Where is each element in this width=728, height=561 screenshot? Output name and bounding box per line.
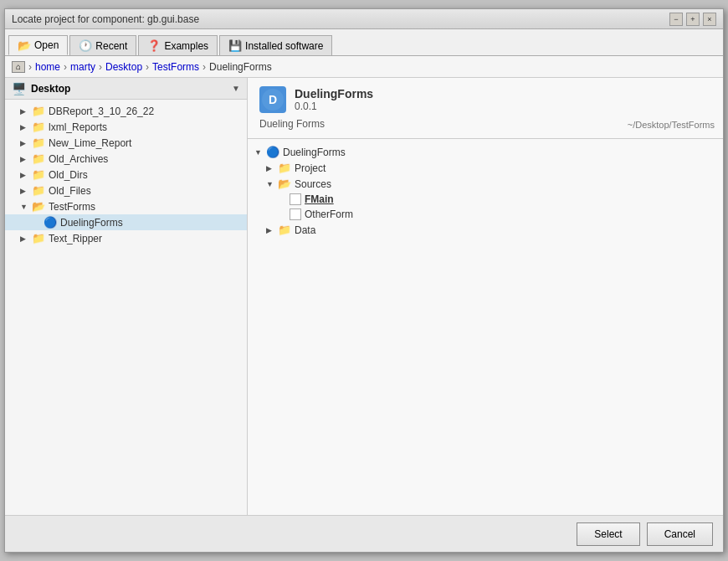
minimize-button[interactable]: − xyxy=(669,13,683,26)
folder-icon-textripper: 📁 xyxy=(32,232,45,244)
project-tree: ▼ 🔵 DuelingForms ▶ 📁 Project ▼ 📂 Sources xyxy=(248,139,723,515)
label-olddirs: Old_Dirs xyxy=(49,169,88,181)
tab-installed[interactable]: 💾 Installed software xyxy=(219,35,332,55)
toggle-lxml[interactable]: ▶ xyxy=(20,123,32,131)
proj-label-project: Project xyxy=(295,162,326,174)
proj-folder-icon-data: 📁 xyxy=(278,224,291,236)
proj-label-root: DuelingForms xyxy=(283,147,346,158)
open-icon: 📂 xyxy=(18,39,31,52)
toggle-textripper[interactable]: ▶ xyxy=(20,234,32,243)
label-dbreport: DBReport_3_10_26_22 xyxy=(49,106,154,117)
left-panel: 🖥️ Desktop ▼ ▶ 📁 DBReport_3_10_26_22 ▶ 📁… xyxy=(5,78,248,515)
close-button[interactable]: × xyxy=(703,13,716,26)
proj-item-root[interactable]: ▼ 🔵 DuelingForms xyxy=(248,144,723,160)
folder-icon-dbreport: 📁 xyxy=(32,105,45,117)
proj-label-data: Data xyxy=(295,224,315,236)
project-details: DuelingForms 0.0.1 xyxy=(295,87,373,112)
proj-label-fmain: FMain xyxy=(305,193,334,205)
file-tree: ▶ 📁 DBReport_3_10_26_22 ▶ 📁 lxml_Reports… xyxy=(5,100,247,515)
proj-item-project[interactable]: ▶ 📁 Project xyxy=(248,160,723,176)
breadcrumb-testforms[interactable]: TestForms xyxy=(152,61,199,73)
home-icon[interactable]: ⌂ xyxy=(12,61,25,73)
locate-project-dialog: Locate project for component: gb.gui.bas… xyxy=(4,8,724,553)
project-version: 0.0.1 xyxy=(295,100,373,112)
installed-icon: 💾 xyxy=(228,39,242,52)
proj-label-sources: Sources xyxy=(295,178,331,190)
toggle-oldfiles[interactable]: ▶ xyxy=(20,187,32,195)
tab-recent[interactable]: 🕐 Recent xyxy=(69,35,136,55)
tab-open[interactable]: 📂 Open xyxy=(8,35,68,55)
proj-folder-icon-project: 📁 xyxy=(278,162,291,174)
toggle-olddirs[interactable]: ▶ xyxy=(20,171,32,179)
main-area: 🖥️ Desktop ▼ ▶ 📁 DBReport_3_10_26_22 ▶ 📁… xyxy=(5,78,723,515)
label-oldfiles: Old_Files xyxy=(49,185,91,197)
tree-item-dbreport[interactable]: ▶ 📁 DBReport_3_10_26_22 xyxy=(5,103,247,119)
breadcrumb-current: DuelingForms xyxy=(209,61,272,73)
desktop-folder-icon: 🖥️ xyxy=(12,82,26,95)
right-panel: D DuelingForms 0.0.1 Dueling Forms ~/Des… xyxy=(248,78,723,515)
label-newlime: New_Lime_Report xyxy=(49,137,131,149)
tree-item-oldfiles[interactable]: ▶ 📁 Old_Files xyxy=(5,183,247,198)
toggle-newlime[interactable]: ▶ xyxy=(20,139,32,147)
folder-icon-oldarchives: 📁 xyxy=(32,152,45,165)
folder-icon-testforms: 📂 xyxy=(32,200,45,213)
proj-toggle-root[interactable]: ▼ xyxy=(254,148,266,157)
breadcrumb: ⌂ › home › marty › Desktop › TestForms ›… xyxy=(5,56,723,78)
tree-item-duelingforms[interactable]: 🔵 DuelingForms xyxy=(5,214,247,230)
left-header-title: 🖥️ Desktop xyxy=(12,82,70,95)
toggle-oldarchives[interactable]: ▶ xyxy=(20,155,32,163)
label-oldarchives: Old_Archives xyxy=(49,153,108,165)
breadcrumb-home[interactable]: home xyxy=(35,61,60,73)
tab-examples[interactable]: ❓ Examples xyxy=(138,35,218,55)
project-path: ~/Desktop/TestForms xyxy=(628,120,715,130)
examples-icon: ❓ xyxy=(147,39,161,52)
proj-label-otherform: OtherForm xyxy=(305,208,353,220)
label-duelingforms: DuelingForms xyxy=(60,217,123,229)
cancel-button[interactable]: Cancel xyxy=(647,522,713,546)
toggle-testforms[interactable]: ▼ xyxy=(20,203,32,211)
toggle-duelingforms[interactable] xyxy=(32,219,44,227)
tab-open-label: Open xyxy=(34,39,59,51)
left-panel-header: 🖥️ Desktop ▼ xyxy=(5,78,247,100)
proj-toggle-data[interactable]: ▶ xyxy=(266,226,278,234)
proj-toggle-project[interactable]: ▶ xyxy=(266,164,278,172)
proj-item-fmain[interactable]: FMain xyxy=(248,192,723,207)
left-header-dropdown[interactable]: ▼ xyxy=(232,84,240,93)
proj-item-sources[interactable]: ▼ 📂 Sources xyxy=(248,176,723,192)
project-name: DuelingForms xyxy=(295,87,373,100)
tree-item-olddirs[interactable]: ▶ 📁 Old_Dirs xyxy=(5,167,247,183)
title-controls: − + × xyxy=(669,13,716,26)
left-header-label: Desktop xyxy=(31,83,70,95)
proj-item-otherform[interactable]: OtherForm xyxy=(248,207,723,222)
tree-item-testforms[interactable]: ▼ 📂 TestForms xyxy=(5,198,247,214)
label-testforms: TestForms xyxy=(49,201,95,213)
proj-icon-root: 🔵 xyxy=(266,146,279,158)
project-info-header: D DuelingForms 0.0.1 xyxy=(259,86,711,113)
folder-icon-oldfiles: 📁 xyxy=(32,184,45,197)
tree-item-lxml[interactable]: ▶ 📁 lxml_Reports xyxy=(5,119,247,135)
proj-toggle-otherform xyxy=(278,210,290,219)
label-textripper: Text_Ripper xyxy=(49,233,102,244)
toggle-dbreport[interactable]: ▶ xyxy=(20,107,32,116)
folder-icon-newlime: 📁 xyxy=(32,136,45,149)
proj-toggle-sources[interactable]: ▼ xyxy=(266,180,278,188)
tree-item-newlime[interactable]: ▶ 📁 New_Lime_Report xyxy=(5,135,247,151)
recent-icon: 🕐 xyxy=(79,39,92,52)
project-icon-duelingforms: 🔵 xyxy=(44,216,57,229)
button-bar: Select Cancel xyxy=(5,515,723,552)
tab-bar: 📂 Open 🕐 Recent ❓ Examples 💾 Installed s… xyxy=(5,29,723,56)
maximize-button[interactable]: + xyxy=(686,13,700,26)
title-bar: Locate project for component: gb.gui.bas… xyxy=(5,9,723,29)
tab-recent-label: Recent xyxy=(95,40,127,52)
breadcrumb-desktop[interactable]: Desktop xyxy=(105,61,142,73)
tree-item-textripper[interactable]: ▶ 📁 Text_Ripper xyxy=(5,230,247,246)
proj-file-icon-fmain xyxy=(290,193,301,205)
tab-installed-label: Installed software xyxy=(245,40,323,52)
tab-examples-label: Examples xyxy=(164,40,208,52)
select-button[interactable]: Select xyxy=(577,522,639,546)
tree-item-oldarchives[interactable]: ▶ 📁 Old_Archives xyxy=(5,151,247,167)
proj-item-data[interactable]: ▶ 📁 Data xyxy=(248,222,723,238)
svg-text:D: D xyxy=(269,93,277,106)
breadcrumb-marty[interactable]: marty xyxy=(70,61,95,73)
folder-icon-olddirs: 📁 xyxy=(32,168,45,181)
